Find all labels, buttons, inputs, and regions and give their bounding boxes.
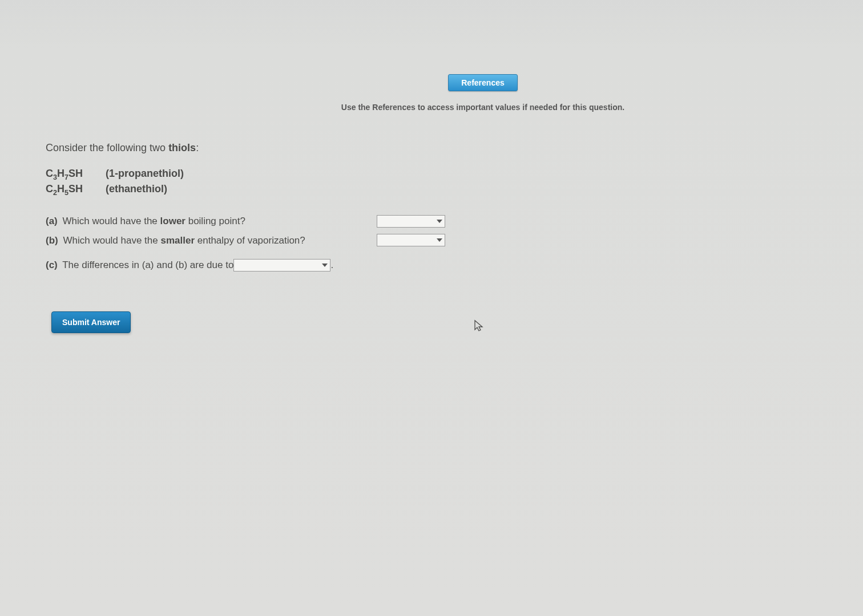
part-a-dropdown[interactable] (377, 215, 445, 228)
part-b-dropdown[interactable] (377, 234, 445, 246)
submit-answer-button[interactable]: Submit Answer (51, 311, 131, 333)
f-sh: SH (68, 183, 83, 194)
compound-formula-2: C2H5SH (46, 181, 103, 197)
compound-row-2: C2H5SH (ethanethiol) (46, 181, 863, 197)
references-hint: Use the References to access important v… (103, 103, 863, 112)
f-n1: 2 (53, 189, 57, 197)
part-b-row: (b) Which would have the smaller enthalp… (46, 233, 445, 248)
part-a-bold: lower (160, 216, 185, 226)
part-b-label: (b) (46, 235, 58, 246)
part-a-row: (a) Which would have the lower boiling p… (46, 214, 445, 229)
part-c-text-before: The differences in (a) and (b) are due t… (60, 260, 234, 270)
f-n2: 5 (64, 189, 68, 197)
f-h: H (57, 168, 64, 179)
f-sh: SH (68, 168, 83, 179)
part-a-text-before: Which would have the (60, 216, 160, 226)
references-button[interactable]: References (448, 74, 518, 91)
part-c-text-after: . (330, 258, 333, 273)
top-section: References Use the References to access … (0, 0, 863, 112)
intro-line: Consider the following two thiols: (46, 140, 863, 156)
part-c-dropdown[interactable] (233, 259, 330, 271)
compound-formula-1: C3H7SH (46, 166, 103, 181)
parts-container: (a) Which would have the lower boiling p… (46, 214, 863, 273)
part-b-text-before: Which would have the (61, 235, 161, 246)
part-a-label: (a) (46, 216, 58, 226)
intro-prefix: Consider the following two (46, 142, 168, 153)
part-c-row: (c) The differences in (a) and (b) are d… (46, 258, 863, 273)
f-c: C (46, 183, 53, 194)
part-b-bold: smaller (160, 235, 195, 246)
f-n1: 3 (53, 173, 57, 181)
question-body: Consider the following two thiols: C3H7S… (0, 112, 863, 333)
intro-suffix: : (196, 142, 199, 153)
compound-name-2: (ethanethiol) (106, 183, 167, 194)
f-c: C (46, 168, 53, 179)
intro-bold: thiols (168, 142, 196, 153)
f-h: H (57, 183, 64, 194)
part-c-label: (c) (46, 260, 58, 270)
part-b-text-after: enthalpy of vaporization? (195, 235, 305, 246)
compound-name-1: (1-propanethiol) (106, 168, 184, 179)
f-n2: 7 (64, 173, 68, 181)
part-a-text-after: boiling point? (185, 216, 245, 226)
compound-row-1: C3H7SH (1-propanethiol) (46, 166, 863, 181)
